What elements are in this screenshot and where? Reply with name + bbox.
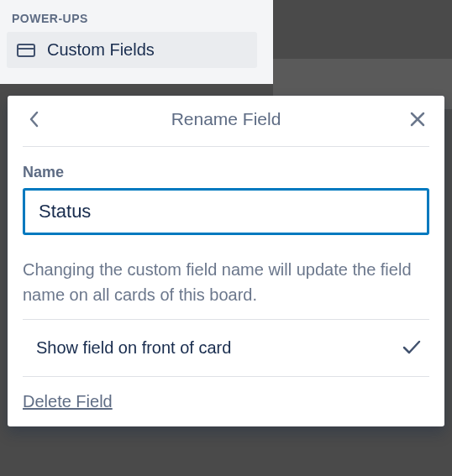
close-button[interactable]: [406, 107, 429, 131]
close-icon: [410, 112, 425, 127]
show-on-front-toggle[interactable]: Show field on front of card: [23, 319, 429, 377]
chevron-left-icon: [29, 110, 40, 128]
name-input[interactable]: [23, 188, 429, 235]
custom-fields-button[interactable]: Custom Fields: [7, 32, 257, 68]
rename-field-popover: Rename Field Name Changing the custom fi…: [8, 96, 444, 426]
custom-fields-label: Custom Fields: [47, 40, 155, 60]
popover-body: Name Changing the custom field name will…: [8, 147, 444, 426]
card-icon: [17, 44, 35, 57]
powerups-panel: POWER-UPS Custom Fields: [0, 0, 273, 84]
delete-field-link[interactable]: Delete Field: [23, 377, 113, 418]
help-text: Changing the custom field name will upda…: [23, 257, 429, 307]
popover-title: Rename Field: [46, 109, 406, 129]
check-icon: [402, 339, 421, 358]
svg-rect-0: [18, 44, 34, 56]
show-on-front-label: Show field on front of card: [36, 338, 231, 358]
back-button[interactable]: [23, 107, 46, 131]
popover-header: Rename Field: [23, 96, 429, 147]
name-label: Name: [23, 164, 429, 181]
powerups-header: POWER-UPS: [7, 8, 266, 32]
